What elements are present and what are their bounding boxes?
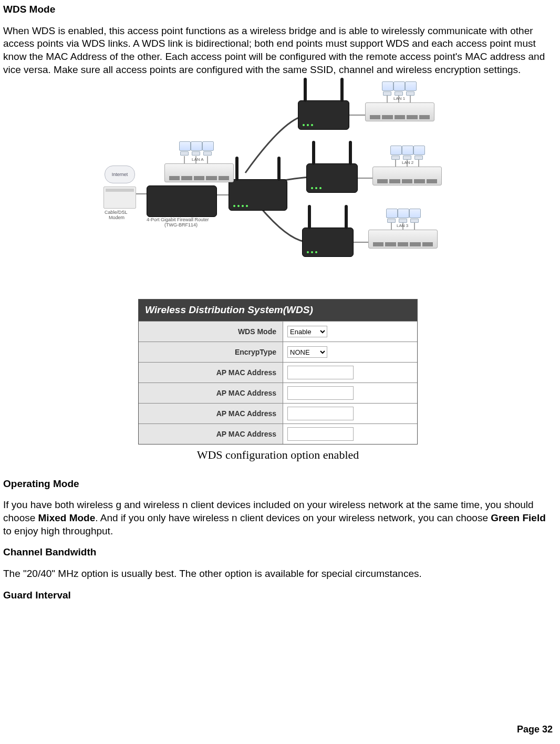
internet-cloud: Internet (105, 166, 135, 183)
wds-config-form: Wireless Distribution System(WDS) WDS Mo… (138, 299, 418, 445)
input-ap-mac-1[interactable] (287, 366, 354, 379)
cable-dsl-modem (103, 187, 136, 209)
pc-icon (398, 209, 408, 222)
pc-icon (179, 141, 190, 155)
switch-lan-2 (372, 167, 442, 185)
label-encryp-type: EncrypType (139, 342, 283, 362)
pc-icon (191, 141, 201, 155)
lan-a-label: LAN A (192, 157, 204, 162)
label-ap-mac: AP MAC Address (139, 404, 283, 423)
switch-lan-3 (368, 230, 438, 249)
pc-icon (405, 81, 416, 95)
internet-label: Internet (112, 172, 128, 178)
lan-3-label: LAN 3 (397, 223, 408, 229)
form-row-ap-mac-1: AP MAC Address (139, 362, 417, 383)
access-point-1 (298, 100, 349, 130)
pc-icon (402, 146, 412, 159)
pc-icon (409, 209, 420, 222)
paragraph-operating-mode: If you have both wireless g and wireless… (3, 499, 553, 538)
router-label-2: (TWG-BRF114) (164, 222, 198, 229)
label-ap-mac: AP MAC Address (139, 363, 283, 383)
access-point-2 (306, 163, 358, 193)
input-ap-mac-3[interactable] (287, 407, 354, 420)
form-row-ap-mac-4: AP MAC Address (139, 423, 417, 444)
bold-green-field: Green Field (491, 512, 546, 523)
firewall-router (147, 185, 217, 217)
pc-icon (386, 209, 397, 222)
bold-mixed-mode: Mixed Mode (38, 512, 96, 523)
pc-icon (413, 146, 424, 159)
form-row-wds-mode: WDS Mode Enable (139, 321, 417, 342)
page-number: Page 32 (517, 724, 553, 736)
modem-label-2: Modem (109, 215, 125, 221)
input-ap-mac-2[interactable] (287, 386, 354, 400)
heading-wds-mode: WDS Mode (3, 3, 553, 16)
text: to enjoy high throughput. (3, 525, 113, 536)
lan-1-label: LAN 1 (393, 96, 405, 101)
select-wds-mode[interactable]: Enable (287, 326, 327, 337)
label-ap-mac: AP MAC Address (139, 383, 283, 403)
input-ap-mac-4[interactable] (287, 427, 354, 441)
pc-icon (202, 141, 213, 155)
form-row-ap-mac-2: AP MAC Address (139, 383, 417, 403)
form-title: Wireless Distribution System(WDS) (139, 299, 417, 321)
switch-lan-a (164, 163, 234, 182)
label-wds-mode: WDS Mode (139, 322, 283, 342)
form-row-ap-mac-3: AP MAC Address (139, 403, 417, 423)
paragraph-channel-bandwidth: The "20/40" MHz option is usually best. … (3, 567, 553, 581)
lan-2-label: LAN 2 (402, 160, 413, 166)
text: . And if you only have wireless n client… (95, 512, 491, 523)
pc-icon (393, 81, 404, 95)
access-point-3 (302, 228, 354, 257)
heading-operating-mode: Operating Mode (3, 478, 553, 491)
heading-channel-bandwidth: Channel Bandwidth (3, 546, 553, 559)
paragraph-wds-desc: When WDS is enabled, this access point f… (3, 25, 553, 77)
select-encryp-type[interactable]: NONE (287, 346, 327, 358)
switch-lan-1 (365, 102, 434, 121)
wds-topology-diagram: Internet Cable/DSL Modem 4-Port Gigabit … (103, 85, 452, 293)
label-ap-mac: AP MAC Address (139, 424, 283, 444)
heading-guard-interval: Guard Interval (3, 589, 553, 602)
pc-icon (382, 81, 392, 95)
pc-icon (390, 146, 401, 159)
access-point-left (229, 179, 287, 211)
figure-caption: WDS configuration option enabled (3, 448, 553, 463)
form-row-encryp-type: EncrypType NONE (139, 342, 417, 362)
